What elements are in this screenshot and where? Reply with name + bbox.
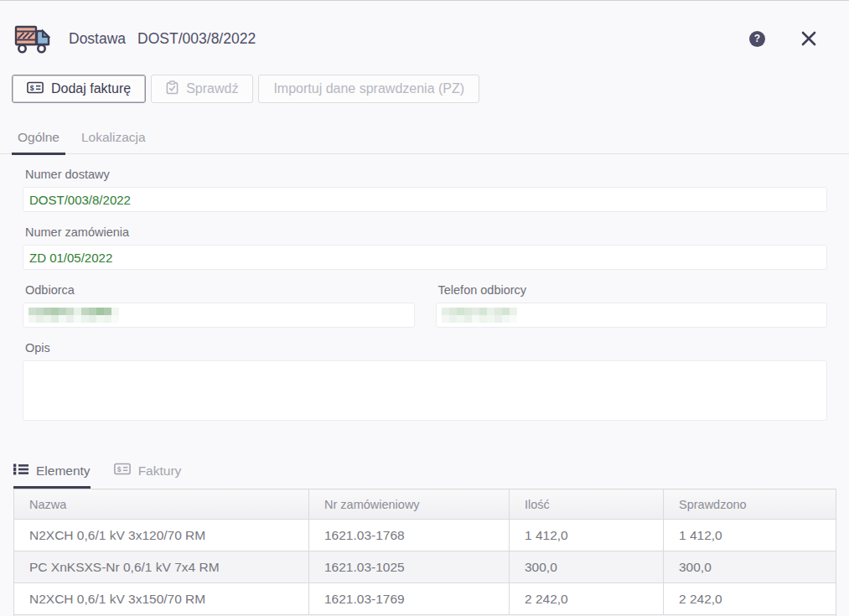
- column-header-3[interactable]: Sprawdzono: [664, 489, 836, 520]
- table-row[interactable]: N2XCH 0,6/1 kV 3x150/70 RM1621.03-17692 …: [14, 583, 836, 615]
- table-cell: 300,0: [664, 551, 836, 583]
- table-cell: 1 412,0: [510, 520, 664, 551]
- import-label: Importuj dane sprawdzenia (PZ): [273, 81, 464, 96]
- description-label: Opis: [23, 341, 827, 355]
- delivery-number-label: Numer dostawy: [23, 168, 827, 181]
- table-cell: N2XCH 0,6/1 kV 3x120/70 RM: [14, 520, 309, 551]
- add-invoice-button[interactable]: $ Dodaj fakturę: [12, 75, 146, 103]
- recipient-field: Odbiorca: [23, 283, 415, 328]
- recipient-phone-field: Telefon odbiorcy: [436, 283, 828, 328]
- column-header-2[interactable]: Ilość: [510, 489, 664, 520]
- table-cell: N2XCH 0,6/1 kV 3x150/70 RM: [14, 583, 309, 615]
- check-button[interactable]: Sprawdź: [151, 75, 253, 103]
- recipient-phone-label: Telefon odbiorcy: [436, 283, 828, 297]
- add-invoice-label: Dodaj fakturę: [51, 81, 131, 96]
- svg-text:$: $: [30, 83, 34, 91]
- tab-elements[interactable]: Elementy: [13, 463, 91, 489]
- tab-general[interactable]: Ogólne: [13, 125, 64, 153]
- table-cell: 300,0: [510, 551, 664, 583]
- order-number-field: Numer zamówienia: [23, 225, 827, 270]
- svg-text:$: $: [116, 465, 121, 474]
- delivery-number-field: Numer dostawy: [23, 168, 827, 212]
- table-row[interactable]: N2XCH 0,6/1 kV 3x120/70 RM1621.03-17681 …: [14, 520, 836, 551]
- check-label: Sprawdź: [186, 81, 238, 96]
- recipient-label: Odbiorca: [23, 283, 415, 297]
- dialog-header: Dostawa DOST/003/8/2022 ?: [0, 1, 849, 53]
- table-row[interactable]: PC XnKSXS-Nr 0,6/1 kV 7x4 RM1621.03-1025…: [14, 551, 836, 583]
- list-icon: [13, 463, 28, 479]
- tab-invoices[interactable]: $ Faktury: [114, 463, 182, 489]
- table-cell: 2 242,0: [664, 583, 836, 615]
- table-cell: 1621.03-1769: [309, 583, 510, 615]
- form-tabs: Ogólne Lokalizacja: [0, 103, 849, 154]
- column-header-0[interactable]: Nazwa: [14, 489, 309, 520]
- description-textarea[interactable]: [23, 360, 827, 421]
- close-icon[interactable]: [800, 30, 817, 47]
- order-number-label: Numer zamówienia: [23, 225, 827, 239]
- toolbar: $ Dodaj fakturę Sprawdź Importuj dane sp…: [0, 53, 849, 103]
- table-cell: 1 412,0: [664, 520, 836, 551]
- invoice-icon: $: [114, 463, 131, 479]
- elements-table: NazwaNr zamówieniowyIlośćSprawdzono N2XC…: [13, 489, 836, 616]
- table-cell: 1621.03-1025: [309, 551, 510, 583]
- elements-table-header-row: NazwaNr zamówieniowyIlośćSprawdzono: [14, 489, 836, 520]
- detail-section-tabs: Elementy $ Faktury: [0, 437, 849, 489]
- invoice-icon: $: [27, 81, 44, 97]
- help-icon[interactable]: ?: [749, 31, 765, 47]
- column-header-1[interactable]: Nr zamówieniowy: [309, 489, 510, 520]
- delivery-truck-icon: [13, 22, 50, 55]
- table-cell: 1621.03-1768: [309, 520, 510, 551]
- import-check-data-button[interactable]: Importuj dane sprawdzenia (PZ): [258, 75, 479, 103]
- general-form: Numer dostawy Numer zamówienia Odbiorca: [0, 154, 849, 424]
- table-cell: 2 242,0: [510, 583, 664, 615]
- recipient-input[interactable]: [23, 303, 415, 328]
- tab-invoices-label: Faktury: [138, 463, 182, 479]
- order-number-input[interactable]: [23, 245, 827, 270]
- tab-location[interactable]: Lokalizacja: [77, 125, 150, 153]
- table-cell: PC XnKSXS-Nr 0,6/1 kV 7x4 RM: [14, 551, 309, 583]
- page-title: Dostawa DOST/003/8/2022: [69, 30, 256, 48]
- page-title-prefix: Dostawa: [69, 30, 126, 48]
- description-field: Opis: [23, 341, 827, 424]
- tab-elements-label: Elementy: [36, 463, 91, 479]
- elements-table-body: N2XCH 0,6/1 kV 3x120/70 RM1621.03-17681 …: [14, 520, 836, 615]
- delivery-number-input[interactable]: [23, 187, 827, 212]
- recipient-phone-input[interactable]: [436, 303, 828, 328]
- clipboard-check-icon: [166, 80, 179, 98]
- page-title-number: DOST/003/8/2022: [137, 30, 256, 48]
